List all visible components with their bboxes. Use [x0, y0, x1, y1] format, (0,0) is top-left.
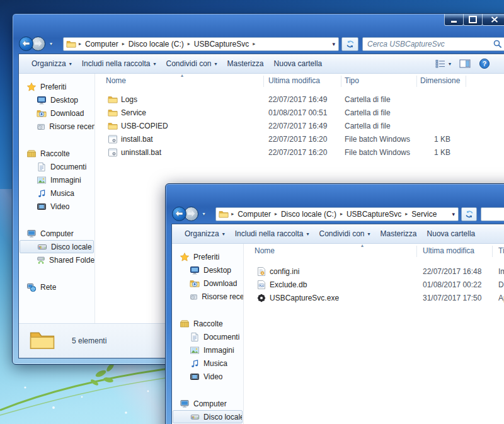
sidebar-group-rete[interactable]: Rete [19, 280, 94, 294]
navigation-pane: Preferiti Desktop Download Risorse recen… [172, 244, 243, 424]
column-header-nome[interactable]: Nome [106, 76, 126, 85]
title-bar[interactable] [166, 184, 504, 204]
sidebar-item-shared-folders[interactable]: Shared Folders [19, 253, 94, 266]
toolbar-masterizza[interactable]: Masterizza [227, 59, 264, 68]
sidebar-item-immagini[interactable]: Immagini [172, 343, 243, 357]
column-header-dimensione[interactable]: Dimensione [420, 76, 460, 85]
item-count: 5 elementi [72, 336, 106, 345]
pictures-icon [37, 175, 47, 185]
breadcrumb-usbcapturesvc[interactable]: USBCaptureSvc [193, 40, 250, 49]
toolbar-condividi-con[interactable]: Condividi con▾ [166, 59, 217, 68]
address-dropdown-icon[interactable]: ▾ [332, 41, 335, 47]
sidebar-group-raccolte[interactable]: Raccolte [172, 317, 243, 330]
recent-pages-dropdown[interactable]: ▾ [48, 41, 54, 47]
breadcrumb-disco-locale[interactable]: Disco locale (C:) [280, 210, 338, 219]
sidebar-item-musica[interactable]: Musica [19, 186, 94, 200]
address-bar[interactable]: ▸ Computer ▸ Disco locale (C:) ▸ USBCapt… [215, 207, 459, 221]
local-disk-icon [190, 412, 200, 422]
file-row-usbcapturesvc-exe[interactable]: USBCaptureSvc.exe 31/07/2017 17:50 Appli… [244, 292, 504, 305]
toolbar-includi-nella-raccolta[interactable]: Includi nella raccolta▾ [235, 229, 309, 238]
breadcrumb-disco-locale[interactable]: Disco locale (C:) [127, 40, 185, 49]
breadcrumb-computer[interactable]: Computer [236, 210, 272, 219]
sort-ascending-icon: ▴ [361, 243, 364, 248]
close-button[interactable] [482, 14, 504, 26]
window-content: Organizza▾ Includi nella raccolta▾ Condi… [171, 224, 504, 424]
pictures-icon [190, 345, 200, 355]
file-row-config-ini[interactable]: config.ini 22/07/2017 16:48 Impostazioni… [244, 265, 504, 278]
toolbar-masterizza[interactable]: Masterizza [381, 229, 417, 238]
help-icon [479, 58, 490, 69]
file-row-install-bat[interactable]: install.bat 22/07/2017 16:20 File batch … [95, 133, 504, 146]
file-row-service[interactable]: Service 01/08/2017 00:51 Cartella di fil… [95, 106, 504, 120]
sidebar-item-documenti[interactable]: Documenti [19, 160, 94, 173]
sidebar-item-download[interactable]: Download [172, 277, 243, 290]
sidebar-group-preferiti[interactable]: Preferiti [19, 80, 94, 93]
breadcrumb-service[interactable]: Service [410, 210, 438, 219]
sidebar-group-computer[interactable]: Computer [172, 397, 243, 410]
sidebar-item-video[interactable]: Video [19, 200, 94, 213]
libraries-icon [180, 319, 190, 329]
toolbar-nuova-cartella[interactable]: Nuova cartella [274, 59, 323, 68]
column-header-tipo[interactable]: Tipo [498, 246, 504, 255]
column-header-ultima-modifica[interactable]: Ultima modifica [268, 76, 320, 85]
chevron-down-icon: ▾ [153, 61, 156, 67]
column-header-tipo[interactable]: Tipo [345, 76, 359, 85]
breadcrumb-usbcapturesvc[interactable]: USBCaptureSvc [345, 210, 403, 219]
change-view-button[interactable]: ▾ [435, 59, 451, 68]
computer-icon [26, 229, 37, 239]
refresh-button[interactable] [341, 37, 358, 51]
address-folder-icon [66, 39, 76, 49]
title-bar[interactable] [13, 14, 504, 34]
file-row-exclude-db[interactable]: Exclude.db 01/08/2017 00:22 Data Base Fi… [244, 278, 504, 292]
sidebar-group-computer[interactable]: Computer [19, 227, 94, 240]
search-input[interactable] [363, 40, 493, 49]
command-toolbar: Organizza▾ Includi nella raccolta▾ Condi… [19, 54, 504, 74]
address-dropdown-icon[interactable]: ▾ [452, 211, 455, 217]
sidebar-group-preferiti[interactable]: Preferiti [172, 250, 243, 263]
breadcrumb-computer[interactable]: Computer [84, 40, 120, 49]
folder-icon [108, 108, 118, 118]
file-row-logs[interactable]: Logs 22/07/2017 16:49 Cartella di file [95, 93, 504, 106]
sidebar-item-download[interactable]: Download [19, 106, 94, 120]
toolbar-organizza[interactable]: Organizza▾ [32, 59, 72, 68]
refresh-button[interactable] [461, 207, 477, 221]
toolbar-organizza[interactable]: Organizza▾ [185, 229, 225, 238]
sidebar-item-documenti[interactable]: Documenti [172, 330, 243, 343]
sidebar-item-disco-locale[interactable]: Disco locale [20, 240, 94, 253]
back-button[interactable] [19, 37, 33, 51]
maximize-button[interactable] [463, 14, 483, 26]
sidebar-item-desktop[interactable]: Desktop [172, 263, 243, 277]
folder-icon [28, 327, 57, 353]
batch-file-icon [108, 134, 118, 144]
db-file-icon [256, 280, 266, 290]
toolbar-includi-nella-raccolta[interactable]: Includi nella raccolta▾ [82, 59, 156, 68]
address-bar[interactable]: ▸ Computer ▸ Disco locale (C:) ▸ USBCapt… [63, 37, 339, 51]
sidebar-item-desktop[interactable]: Desktop [19, 93, 94, 106]
column-header-nome[interactable]: Nome [255, 246, 275, 255]
search-input[interactable] [481, 210, 504, 219]
help-button[interactable] [479, 58, 490, 69]
refresh-icon [345, 39, 355, 49]
column-header-ultima-modifica[interactable]: Ultima modifica [423, 246, 474, 255]
chevron-down-icon: ▾ [215, 61, 217, 67]
recent-pages-dropdown[interactable]: ▾ [201, 211, 207, 217]
toolbar-condividi-con[interactable]: Condividi con▾ [319, 229, 370, 238]
sidebar-item-immagini[interactable]: Immagini [19, 173, 94, 186]
search-icon[interactable] [493, 39, 503, 49]
sidebar-item-risorse-recenti[interactable]: Risorse recenti [172, 290, 243, 303]
sidebar-group-raccolte[interactable]: Raccolte [19, 147, 94, 160]
back-button[interactable] [172, 207, 186, 221]
refresh-icon [464, 209, 474, 219]
batch-file-icon [108, 147, 118, 158]
sidebar-item-disco-locale[interactable]: Disco locale [173, 410, 243, 423]
sidebar-item-musica[interactable]: Musica [172, 357, 243, 370]
preview-pane-icon [459, 59, 471, 68]
preview-pane-button[interactable] [459, 59, 471, 68]
sidebar-item-risorse-recenti[interactable]: Risorse recenti [19, 120, 94, 133]
sidebar-item-video[interactable]: Video [172, 370, 243, 383]
toolbar-nuova-cartella[interactable]: Nuova cartella [427, 229, 476, 238]
toolbar-right-icons: ▾ [435, 54, 490, 73]
minimize-button[interactable] [444, 14, 464, 26]
file-row-uninstall-bat[interactable]: uninstall.bat 22/07/2017 16:20 File batc… [95, 146, 504, 159]
file-row-usb-copied[interactable]: USB-COPIED 22/07/2017 16:49 Cartella di … [95, 120, 504, 133]
